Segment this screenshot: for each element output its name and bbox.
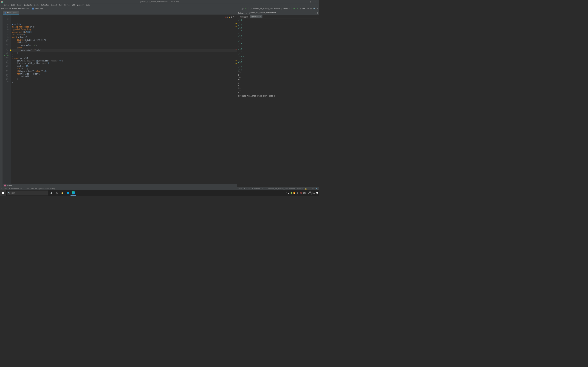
notifications-icon[interactable]: 💬: [316, 192, 318, 194]
taskbar-edge[interactable]: 🌐: [65, 190, 70, 196]
code-line[interactable]: double x,l,r;cin>>x>>l>>r;: [12, 39, 237, 41]
stripe-marker[interactable]: [236, 63, 237, 64]
menu-refactor[interactable]: Refactor: [41, 4, 49, 6]
code-line[interactable]: typedef long long ll;: [12, 28, 237, 31]
taskbar-clion[interactable]: [70, 190, 76, 196]
zoom-icon[interactable]: 🔍: [316, 188, 318, 190]
start-button[interactable]: [0, 190, 6, 196]
menu-run[interactable]: Run: [59, 4, 62, 6]
stripe-marker[interactable]: [236, 50, 237, 50]
code-line[interactable]: using namespace std;: [12, 26, 237, 28]
menu-window[interactable]: Window: [77, 4, 83, 6]
debug-button[interactable]: [296, 8, 299, 10]
code-line[interactable]: 💡 cout<<(x-l)/(r-l+1): [12, 49, 237, 52]
taskbar-app-genshin[interactable]: 🏯: [49, 190, 54, 196]
inspection-widget[interactable]: ●1 ▲5 ˄ ˅: [225, 16, 236, 18]
settings-icon[interactable]: ⚙: [317, 8, 318, 10]
coverage-icon[interactable]: ◔: [300, 8, 301, 10]
error-stripe[interactable]: [235, 15, 237, 184]
notifications-icon[interactable]: ☁: [309, 188, 310, 190]
breadcrumb-file[interactable]: main.cpp: [35, 8, 43, 10]
left-gutter-bar[interactable]: [0, 11, 3, 187]
code-line[interactable]: if(l>=x){: [12, 41, 237, 44]
attach-icon[interactable]: ⇤⇥: [307, 8, 309, 10]
tab-console[interactable]: ▣Console: [250, 15, 262, 18]
code-line[interactable]: if(input)cin>>Tc;else Tc=1;: [12, 70, 237, 73]
search-icon[interactable]: 🔍: [313, 8, 315, 10]
security-icon[interactable]: 🛡: [297, 192, 299, 194]
system-tray[interactable]: ˄ ☁ 🔋 📶 🛡 🔇 ENG 13:052023/2/3 💬: [286, 191, 319, 195]
chevron-up-icon[interactable]: ˄: [286, 192, 287, 194]
minimize-button[interactable]: —: [303, 0, 308, 3]
run-config-selector[interactable]: Debug: [283, 8, 288, 10]
code-line[interactable]: signed main(){: [12, 57, 237, 60]
prev-highlight-icon[interactable]: ˄: [233, 16, 234, 18]
stripe-marker[interactable]: [236, 23, 237, 24]
code-editor[interactable]: 123456789101112131415▶ 16171819202122232…: [3, 15, 237, 184]
taskbar-task-view[interactable]: ⧉: [54, 190, 60, 196]
code-line[interactable]: int input=0;: [12, 33, 237, 36]
code-line[interactable]: }: [12, 52, 237, 54]
code-line[interactable]: }: [12, 78, 237, 81]
close-panel-icon[interactable]: ×: [315, 12, 316, 14]
structure-breadcrumb-item[interactable]: solve: [7, 184, 12, 186]
run-button[interactable]: [293, 8, 295, 9]
taskbar-explorer[interactable]: 📁: [60, 190, 65, 196]
code-line[interactable]: #include: [12, 23, 237, 25]
code-line[interactable]: const int N=200013;: [12, 31, 237, 33]
code-line[interactable]: }else{: [12, 47, 237, 49]
menu-file[interactable]: File: [4, 4, 9, 6]
ime-lang[interactable]: ENG: [303, 192, 306, 194]
tab-debugger[interactable]: Debugger: [238, 15, 250, 18]
menu-build[interactable]: Build: [52, 4, 57, 6]
menu-code[interactable]: Code: [35, 4, 39, 6]
chevron-down-icon[interactable]: ▾: [289, 8, 291, 10]
battery-icon[interactable]: 🔋: [290, 192, 292, 194]
code-line[interactable]: solve();: [12, 75, 237, 78]
maximize-button[interactable]: ▢: [308, 0, 313, 3]
stripe-marker[interactable]: [236, 60, 237, 60]
profile-icon[interactable]: ⟳▾: [303, 8, 305, 10]
tool-window-icon[interactable]: ▭: [1, 188, 2, 190]
code-area[interactable]: ●1 ▲5 ˄ ˅ #includeusing namespace std;ty…: [11, 15, 237, 184]
menu-tools[interactable]: Tools: [64, 4, 69, 6]
breadcrumb-project[interactable]: yukiko no dream reflectiom: [1, 8, 28, 10]
code-line[interactable]: }: [12, 54, 237, 57]
memory-icon[interactable]: ◐: [312, 188, 313, 190]
close-button[interactable]: ✕: [313, 0, 318, 3]
menu-vcs[interactable]: VCS: [72, 4, 75, 6]
panel-settings-icon[interactable]: ⚙: [317, 12, 318, 14]
menu-edit[interactable]: Edit: [11, 4, 15, 6]
close-tab-icon[interactable]: ×: [16, 12, 17, 14]
tray-icon[interactable]: ☁: [288, 192, 289, 194]
status-encoding[interactable]: UTF-8: [244, 188, 250, 190]
lock-icon[interactable]: 🔒: [305, 188, 307, 190]
menu-view[interactable]: View: [17, 4, 21, 6]
menu-help[interactable]: Help: [86, 4, 90, 6]
volume-icon[interactable]: 🔇: [300, 192, 302, 194]
run-target-selector[interactable]: yukiko_no_dream_reflectiom: [253, 8, 280, 10]
back-icon[interactable]: ↶: [245, 7, 246, 10]
code-line[interactable]: }: [12, 81, 237, 83]
taskbar-search[interactable]: 🔍 搜索: [7, 191, 48, 195]
code-line[interactable]: int Tc,tc;: [12, 67, 237, 70]
status-indent[interactable]: 4 spaces: [252, 188, 260, 190]
stop-button[interactable]: [310, 8, 312, 9]
status-eol[interactable]: CRLF: [238, 188, 242, 190]
code-line[interactable]: cout<n: 15);: [12, 65, 237, 67]
add-user-icon[interactable]: +: [242, 7, 244, 10]
menu-navigate[interactable]: Navigate: [24, 4, 32, 6]
stripe-marker[interactable]: [236, 26, 237, 27]
code-line[interactable]: cout<<0<<'\n';: [12, 44, 237, 47]
status-context[interactable]: C++: yukiko_no_dream_reflectiom: [262, 188, 295, 190]
code-line[interactable]: for(tc=1;tc<=Tc;tc++){: [12, 73, 237, 75]
console-output[interactable]: 2 434 23 51 223 81 242 22 11 21 133 8 71…: [237, 18, 319, 187]
wifi-icon[interactable]: 📶: [293, 192, 295, 194]
code-line[interactable]: void solve(){: [12, 36, 237, 39]
intention-bulb-icon[interactable]: 💡: [10, 49, 12, 52]
code-line[interactable]: ios::sync_with_stdio( sync: 0);: [12, 62, 237, 65]
taskbar-clock[interactable]: 13:052023/2/3: [308, 191, 315, 195]
editor-tab-main[interactable]: c⁺ main.cpp ×: [3, 11, 19, 15]
code-line[interactable]: cin.tie( tiestr: 0);cout.tie( tiestr: 0)…: [12, 60, 237, 62]
status-mode[interactable]: Debug: [297, 188, 303, 190]
